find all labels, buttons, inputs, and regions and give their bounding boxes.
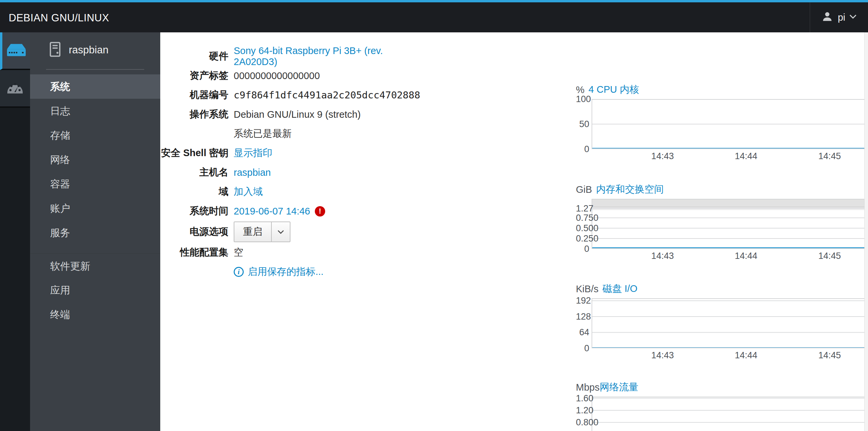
memory-title-link[interactable]: 内存和交换空间 xyxy=(596,183,664,196)
field-value-hostname: raspbian xyxy=(234,167,271,178)
field-row-domain: 域加入域 xyxy=(160,182,417,201)
user-name: pi xyxy=(838,12,845,23)
field-label-ssh-keys: 安全 Shell 密钥 xyxy=(160,146,234,160)
field-value-system-time: 2019-06-07 14:46! xyxy=(234,206,325,217)
cpu-ytick: 0 xyxy=(576,143,589,155)
top-navbar: DEBIAN GNU/LINUX pi xyxy=(0,0,868,32)
server-icon xyxy=(6,43,27,58)
sidebar-item-applications[interactable]: 应用 xyxy=(30,278,160,302)
hostname-link[interactable]: raspbian xyxy=(234,167,271,178)
user-icon xyxy=(822,11,833,24)
chart-network-traffic: Mbps网络流量1.601.200.8000.400014:4314:4414:… xyxy=(576,379,868,431)
sidebar-item-terminal[interactable]: 终端 xyxy=(30,302,160,327)
field-value-domain: 加入域 xyxy=(234,185,263,198)
field-row-ssh-keys: 安全 Shell 密钥显示指印 xyxy=(160,143,417,163)
sidebar-item-system[interactable]: 系统 xyxy=(30,74,160,99)
memory-unit-label: GiB xyxy=(576,184,592,195)
cpu-plot xyxy=(592,99,868,149)
power-caret-button[interactable] xyxy=(271,222,290,241)
scrollbar[interactable] xyxy=(864,32,868,431)
brand-title: DEBIAN GNU/LINUX xyxy=(9,12,109,24)
memory-xtick: 14:43 xyxy=(639,251,686,261)
host-name: raspbian xyxy=(69,44,108,56)
machine-id-value: c9f864f1dfc4491aa2c205dcc4702888 xyxy=(234,90,420,101)
field-row-metrics-link: i启用保存的指标... xyxy=(160,262,417,281)
cockpit-app: DEBIAN GNU/LINUX pi xyxy=(0,0,868,431)
cpu-title-link[interactable]: 4 CPU 内核 xyxy=(589,83,639,96)
accent-stripe xyxy=(0,0,868,2)
field-row-machine-id: 机器编号c9f864f1dfc4491aa2c205dcc4702888 xyxy=(160,86,417,105)
sidebar-divider xyxy=(46,69,144,70)
system-fields: 硬件Sony 64-bit Raspberry Pi 3B+ (rev. 2A0… xyxy=(160,47,417,281)
gauge-icon xyxy=(5,80,25,97)
disk-io-ytick: 64 xyxy=(576,327,589,338)
sidebar-item-services[interactable]: 服务 xyxy=(30,221,160,245)
network-traffic-ytick: 1.20 xyxy=(576,405,589,416)
system-overview: 硬件Sony 64-bit Raspberry Pi 3B+ (rev. 2A0… xyxy=(160,32,868,431)
field-value-asset-tag: 0000000000000000 xyxy=(234,70,320,81)
sidebar-item-software-updates[interactable]: 软件更新 xyxy=(30,254,160,278)
memory-xtick: 14:45 xyxy=(806,251,853,261)
updates-status-value: 系统已是最新 xyxy=(234,127,292,140)
disk-io-title-link[interactable]: 磁盘 I/O xyxy=(602,282,638,296)
field-label-asset-tag: 资产标签 xyxy=(160,69,234,82)
field-label-hostname: 主机名 xyxy=(160,166,234,179)
field-value-power-options: 重启 xyxy=(234,222,290,242)
system-time-link[interactable]: 2019-06-07 14:46 xyxy=(234,206,310,217)
field-row-system-time: 系统时间2019-06-07 14:46! xyxy=(160,201,417,221)
host-row[interactable]: raspbian xyxy=(30,32,160,66)
field-value-updates-status: 系统已是最新 xyxy=(234,127,292,140)
field-value-metrics-link: i启用保存的指标... xyxy=(234,265,323,278)
cpu-ytick: 100 xyxy=(576,93,589,105)
memory-plot xyxy=(592,199,868,249)
field-row-performance-profile: 性能配置集空 xyxy=(160,243,417,262)
chart-title-disk-io: KiB/s磁盘 I/O xyxy=(576,281,637,297)
app-rail xyxy=(0,32,30,431)
disk-io-ytick: 192 xyxy=(576,295,589,306)
sidebar-item-accounts[interactable]: 账户 xyxy=(30,196,160,221)
operating-system-value: Debian GNU/Linux 9 (stretch) xyxy=(234,109,361,120)
memory-ytick: 0.500 xyxy=(576,223,589,234)
chart-memory: GiB内存和交换空间1.270.7500.5000.250014:4314:44… xyxy=(576,181,868,265)
field-row-updates-status: 系统已是最新 xyxy=(160,124,417,143)
field-row-operating-system: 操作系统Debian GNU/Linux 9 (stretch) xyxy=(160,105,417,124)
time-warning-icon[interactable]: ! xyxy=(315,206,325,217)
field-label-system-time: 系统时间 xyxy=(160,204,234,218)
host-icon xyxy=(50,42,61,58)
rail-item-dashboard[interactable] xyxy=(0,70,30,108)
disk-io-xtick: 14:45 xyxy=(806,350,853,361)
field-row-hostname: 主机名raspbian xyxy=(160,163,417,182)
restart-button[interactable]: 重启 xyxy=(235,222,271,241)
sidebar-item-storage[interactable]: 存储 xyxy=(30,123,160,147)
field-label-operating-system: 操作系统 xyxy=(160,108,234,121)
field-label-domain: 域 xyxy=(160,185,234,198)
sidebar-item-logs[interactable]: 日志 xyxy=(30,99,160,123)
rail-item-machines[interactable] xyxy=(0,32,30,70)
cpu-xtick: 14:43 xyxy=(639,151,686,162)
field-value-operating-system: Debian GNU/Linux 9 (stretch) xyxy=(234,109,361,120)
ssh-keys-link[interactable]: 显示指印 xyxy=(234,146,272,160)
info-icon: i xyxy=(234,267,244,277)
disk-io-ytick: 0 xyxy=(576,342,589,354)
sidebar-item-networking[interactable]: 网络 xyxy=(30,147,160,172)
power-split-button: 重启 xyxy=(234,222,290,242)
asset-tag-value: 0000000000000000 xyxy=(234,70,320,81)
sidebar-item-containers[interactable]: 容器 xyxy=(30,172,160,196)
network-traffic-ytick: 0.800 xyxy=(576,417,589,428)
network-traffic-plot xyxy=(592,397,868,431)
field-row-asset-tag: 资产标签0000000000000000 xyxy=(160,66,417,86)
field-label-machine-id: 机器编号 xyxy=(160,89,234,102)
enable-metrics-link[interactable]: i启用保存的指标... xyxy=(234,265,323,278)
domain-link[interactable]: 加入域 xyxy=(234,185,263,198)
disk-io-ytick: 128 xyxy=(576,311,589,322)
memory-ytick: 0.250 xyxy=(576,233,589,244)
disk-io-unit-label: KiB/s xyxy=(576,284,598,295)
disk-io-xtick: 14:44 xyxy=(723,350,770,361)
memory-ytick: 0.750 xyxy=(576,212,589,224)
chevron-down-icon xyxy=(849,14,857,20)
network-traffic-title-link[interactable]: 网络流量 xyxy=(599,380,638,394)
hardware-link[interactable]: Sony 64-bit Raspberry Pi 3B+ (rev. 2A020… xyxy=(234,45,417,67)
field-row-hardware: 硬件Sony 64-bit Raspberry Pi 3B+ (rev. 2A0… xyxy=(160,47,417,66)
user-menu[interactable]: pi xyxy=(810,2,868,32)
performance-profile-value: 空 xyxy=(234,246,243,259)
